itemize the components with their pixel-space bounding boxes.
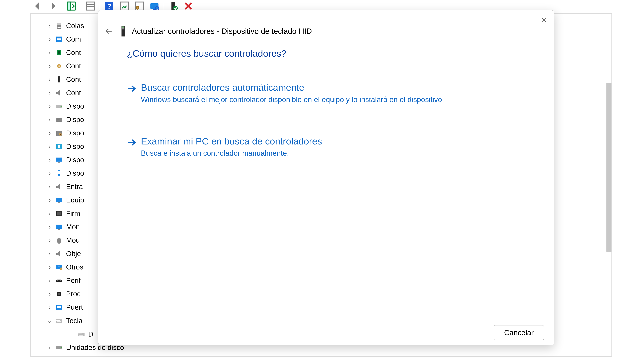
chevron-right-icon[interactable]: › xyxy=(47,183,52,190)
chevron-right-icon[interactable]: › xyxy=(47,116,52,123)
toolbar-pane-button[interactable] xyxy=(83,0,98,12)
tree-item-label: Dispo xyxy=(66,129,84,137)
toolbar-view-button[interactable] xyxy=(64,0,79,12)
svg-rect-75 xyxy=(79,335,83,336)
chevron-right-icon[interactable]: › xyxy=(47,62,52,70)
chevron-right-icon[interactable]: › xyxy=(47,103,52,110)
svg-rect-65 xyxy=(56,320,57,321)
svg-rect-49 xyxy=(56,225,62,229)
chevron-right-icon[interactable]: › xyxy=(47,344,52,351)
chevron-right-icon[interactable]: › xyxy=(47,36,52,43)
svg-point-29 xyxy=(58,76,60,78)
dialog-title: Actualizar controladores - Dispositivo d… xyxy=(132,27,312,36)
tree-item-label: Dispo xyxy=(66,116,84,124)
svg-rect-82 xyxy=(122,26,124,28)
chevron-down-icon[interactable]: ⌄ xyxy=(47,317,52,325)
svg-rect-69 xyxy=(57,322,61,322)
dialog-back-button[interactable] xyxy=(103,25,115,37)
svg-rect-22 xyxy=(57,38,61,38)
option-search-automatically[interactable]: Buscar controladores automáticamente Win… xyxy=(127,82,526,104)
chevron-right-icon[interactable]: › xyxy=(47,156,52,164)
tree-item-label: Puert xyxy=(66,303,83,311)
svg-rect-50 xyxy=(58,229,60,230)
chevron-right-icon[interactable]: › xyxy=(47,291,52,298)
svg-point-40 xyxy=(58,145,60,148)
svg-rect-23 xyxy=(57,39,61,40)
gamepad-icon xyxy=(55,277,63,285)
toolbar-back-button[interactable] xyxy=(30,0,45,12)
svg-rect-34 xyxy=(58,119,58,120)
chevron-right-icon[interactable]: › xyxy=(47,277,52,284)
monitor-icon xyxy=(55,223,63,231)
chevron-right-icon[interactable]: › xyxy=(47,76,52,83)
device-icon xyxy=(120,26,127,36)
toolbar-forward-button[interactable] xyxy=(45,0,60,12)
speaker-icon xyxy=(55,89,63,97)
svg-rect-38 xyxy=(60,134,61,135)
tree-item-label: Dispo xyxy=(66,142,84,150)
unknown-icon: ? xyxy=(55,263,63,271)
svg-point-57 xyxy=(57,280,58,281)
keyboard-icon xyxy=(77,330,85,338)
chevron-right-icon[interactable]: › xyxy=(47,223,52,231)
svg-rect-44 xyxy=(58,171,60,174)
phone-icon xyxy=(55,169,63,177)
svg-rect-67 xyxy=(58,320,59,321)
keyboard-icon xyxy=(55,317,63,325)
chevron-right-icon[interactable]: › xyxy=(47,170,52,177)
toolbar-separator xyxy=(62,0,62,12)
svg-rect-63 xyxy=(57,307,61,308)
tree-item-label: Mon xyxy=(66,223,80,231)
svg-rect-66 xyxy=(57,320,58,321)
svg-rect-20 xyxy=(57,27,61,28)
tree-item-label: Dispo xyxy=(66,169,84,177)
svg-rect-48 xyxy=(57,212,61,215)
svg-point-15 xyxy=(173,6,178,10)
chevron-right-icon[interactable]: › xyxy=(47,49,52,56)
svg-rect-25 xyxy=(58,51,60,54)
scrollbar-thumb[interactable] xyxy=(606,83,612,252)
tree-item-label: Firm xyxy=(66,210,80,218)
chevron-right-icon[interactable]: › xyxy=(47,264,52,271)
option-description: Windows buscará el mejor controlador dis… xyxy=(141,95,444,104)
chevron-right-icon[interactable]: › xyxy=(47,237,52,244)
svg-rect-35 xyxy=(59,119,59,120)
svg-rect-1 xyxy=(68,2,70,10)
svg-point-58 xyxy=(60,280,61,281)
tree-item-label: Dispo xyxy=(66,102,84,110)
svg-rect-73 xyxy=(80,334,81,334)
svg-rect-32 xyxy=(56,118,62,122)
chevron-right-icon[interactable]: › xyxy=(47,130,52,137)
tree-item-label: Cont xyxy=(66,89,81,97)
svg-rect-70 xyxy=(78,333,84,336)
dialog-footer: Cancelar xyxy=(98,320,554,345)
svg-point-77 xyxy=(60,347,62,348)
toolbar-separator xyxy=(81,0,81,12)
speaker-icon xyxy=(55,250,63,258)
svg-rect-10 xyxy=(150,3,158,9)
svg-rect-83 xyxy=(122,28,124,29)
option-browse-computer[interactable]: Examinar mi PC en busca de controladores… xyxy=(127,136,526,158)
gear-icon xyxy=(55,62,63,70)
svg-text:?: ? xyxy=(58,265,60,269)
option-title: Buscar controladores automáticamente xyxy=(141,82,444,93)
chevron-right-icon[interactable]: › xyxy=(47,197,52,204)
svg-rect-45 xyxy=(56,198,62,202)
svg-rect-71 xyxy=(78,334,79,334)
port-icon xyxy=(55,303,63,311)
chevron-right-icon[interactable]: › xyxy=(47,22,52,29)
svg-text:?: ? xyxy=(107,2,111,10)
svg-rect-41 xyxy=(56,158,62,162)
chevron-right-icon[interactable]: › xyxy=(47,89,52,96)
tree-item-label: Proc xyxy=(66,290,80,298)
chevron-right-icon[interactable]: › xyxy=(47,304,52,311)
tree-item-label: Colas xyxy=(66,22,84,30)
chevron-right-icon[interactable]: › xyxy=(47,143,52,150)
cancel-button[interactable]: Cancelar xyxy=(494,325,544,340)
arrow-right-icon xyxy=(127,84,136,94)
svg-rect-68 xyxy=(59,320,60,321)
chevron-right-icon[interactable]: › xyxy=(47,210,52,217)
chevron-right-icon[interactable]: › xyxy=(47,250,52,257)
tree-item-label: D xyxy=(88,330,93,338)
tree-item-label: Cont xyxy=(66,62,81,70)
